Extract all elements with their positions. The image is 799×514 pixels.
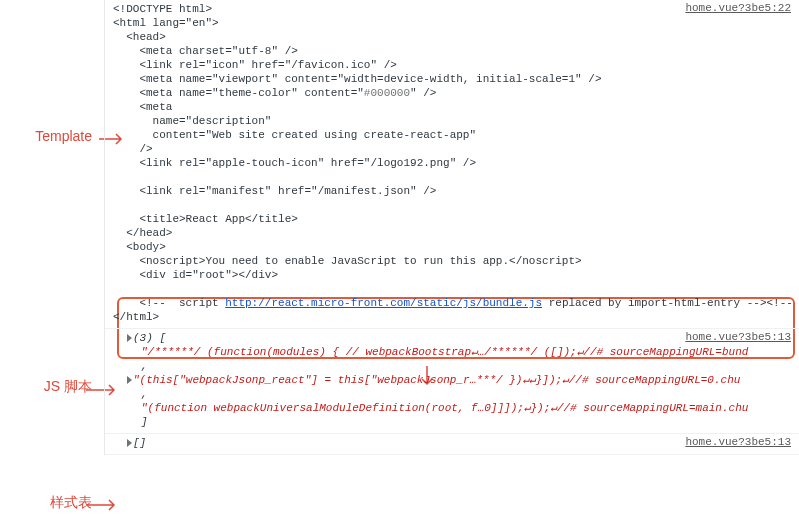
bundle-url[interactable]: http://react.micro-front.com/static/js/b… <box>225 297 542 309</box>
script-string-1: "/******/ (function(modules) { // webpac… <box>141 346 748 358</box>
console-entry-template: home.vue?3be5:22 <!DOCTYPE html><html la… <box>105 0 799 329</box>
script-string-2: "(this["webpackJsonp_react"] = this["web… <box>133 374 740 386</box>
arrow-css <box>84 498 120 512</box>
source-link[interactable]: home.vue?3be5:13 <box>685 436 791 448</box>
script-string-3: "(function webpackUniversalModuleDefinit… <box>141 402 748 414</box>
disclosure-triangle-icon[interactable] <box>127 376 132 384</box>
source-link[interactable]: home.vue?3be5:13 <box>685 331 791 343</box>
console-output: home.vue?3be5:22 <!DOCTYPE html><html la… <box>104 0 799 455</box>
console-entry-styles: home.vue?3be5:13 [] <box>105 434 799 455</box>
label-template: Template <box>35 128 92 144</box>
annotation-labels: Template JS 脚本 样式表 <box>0 0 100 514</box>
source-link[interactable]: home.vue?3be5:22 <box>685 2 791 14</box>
html-source-code: <!DOCTYPE html><html lang="en"> <head> <… <box>113 2 791 324</box>
console-entry-scripts: home.vue?3be5:13 (3) ["/******/ (functio… <box>105 329 799 434</box>
disclosure-triangle-icon[interactable] <box>127 439 132 447</box>
disclosure-triangle-icon[interactable] <box>127 334 132 342</box>
scripts-array: (3) ["/******/ (function(modules) { // w… <box>127 331 791 429</box>
